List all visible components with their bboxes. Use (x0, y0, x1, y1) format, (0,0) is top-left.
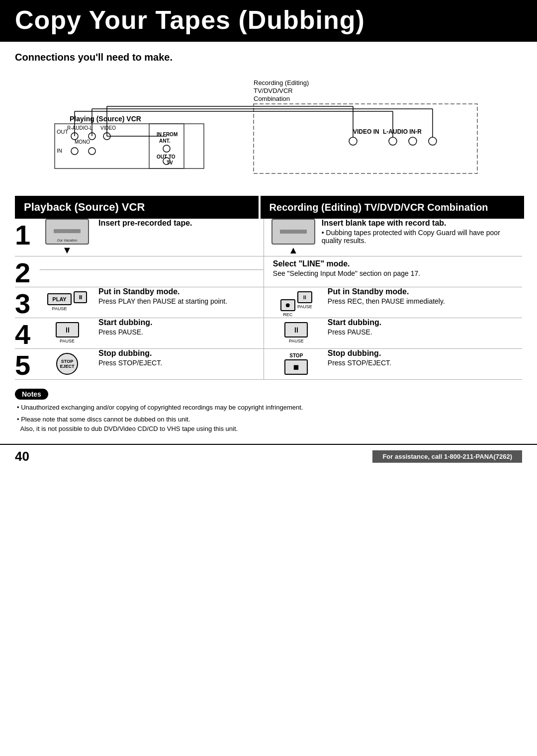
svg-rect-12 (149, 124, 204, 168)
step-4-left-body: Press PAUSE. (98, 328, 152, 336)
step-4-right-text: Start dubbing. Press PAUSE. (324, 318, 381, 336)
svg-text:MONO: MONO (75, 139, 90, 145)
diagram-container: Playing (Source) VCR OUT IN R-AUDIO-L VI… (15, 69, 522, 188)
step-1-right-title: Insert blank tape with record tab. (322, 219, 522, 228)
step-5-right-text: Stop dubbing. Press STOP/EJECT. (324, 349, 391, 367)
connections-diagram: Playing (Source) VCR OUT IN R-AUDIO-L VI… (15, 74, 522, 181)
step-3-right-icon: ⏺ REC ⏸ PAUSE (269, 287, 324, 317)
step-3: 3 PLAY PAUSE ⏸ Put in (15, 287, 522, 318)
step-4-num: 4 (15, 318, 40, 348)
step-5-num: 5 (15, 349, 40, 379)
step-3-left-body: Press PLAY then PAUSE at starting point. (98, 297, 227, 305)
page-header: Copy Your Tapes (Dubbing) (0, 0, 537, 42)
step-5-right-body: Press STOP/EJECT. (328, 359, 391, 367)
col-headers: Playback (Source) VCR Recording (Editing… (15, 196, 522, 219)
step-1-left-icon: Our Vacation ▼ (40, 219, 94, 256)
step-1: 1 Our Vacation ▼ Insert pre-recorded ta (15, 219, 522, 256)
step-5-left-icon: STOPEJECT (40, 349, 94, 375)
step-2-right-body: See "Selecting Input Mode" section on pa… (273, 269, 420, 277)
step-4-right-icon: ⏸ PAUSE (269, 318, 324, 343)
step-2-right-title: Select "LINE" mode. (273, 259, 420, 268)
step-1-left-text: Insert pre-recorded tape. (94, 219, 192, 229)
step-3-left-text: Put in Standby mode. Press PLAY then PAU… (94, 287, 227, 305)
step-4-right-title: Start dubbing. (328, 318, 381, 327)
step-3-right-body: Press REC, then PAUSE immediately. (328, 297, 445, 305)
svg-text:TV/DVD/VCR: TV/DVD/VCR (254, 87, 293, 94)
svg-text:Combination: Combination (254, 95, 290, 102)
step-5-left-text: Stop dubbing. Press STOP/EJECT. (94, 349, 162, 367)
page-footer: 40 For assistance, call 1-800-211-PANA(7… (0, 444, 537, 468)
svg-point-28 (429, 137, 437, 145)
step-4-right-body: Press PAUSE. (328, 328, 381, 336)
svg-point-24 (349, 137, 357, 145)
step-4-left-title: Start dubbing. (98, 318, 152, 327)
page-number: 40 (15, 449, 29, 464)
col-header-left-label: Playback (Source) VCR (24, 201, 145, 214)
col-header-right-label: Recording (Editing) TV/DVD/VCR Combinati… (269, 202, 488, 213)
step-1-num: 1 (15, 219, 40, 249)
step-4: 4 ⏸ PAUSE Start dubbing. Press PAUSE. (15, 318, 522, 349)
svg-text:ANT.: ANT. (159, 138, 170, 144)
step-1-right-text: Insert blank tape with record tab. • Dub… (318, 219, 522, 245)
step-5-right-title: Stop dubbing. (328, 349, 391, 358)
notes-badge: Notes (15, 389, 48, 400)
steps-container: 1 Our Vacation ▼ Insert pre-recorded ta (15, 219, 522, 380)
svg-text:R-AUDIO-L: R-AUDIO-L (67, 125, 93, 131)
step-4-left-icon: ⏸ PAUSE (40, 318, 94, 343)
step-5-left-title: Stop dubbing. (98, 349, 162, 358)
svg-text:OUT TO: OUT TO (157, 154, 176, 160)
main-content: Connections you'll need to make. Playing… (0, 42, 537, 439)
svg-point-15 (163, 145, 170, 152)
svg-point-10 (71, 148, 78, 155)
step-3-left-icon: PLAY PAUSE ⏸ (40, 287, 94, 311)
connections-heading: Connections you'll need to make. (15, 52, 522, 63)
step-1-left-title: Insert pre-recorded tape. (98, 219, 192, 228)
page-title: Copy Your Tapes (Dubbing) (15, 5, 522, 35)
step-2-right-text: Select "LINE" mode. See "Selecting Input… (269, 256, 420, 277)
svg-point-26 (389, 137, 397, 145)
notes-section: Notes • Unauthorized exchanging and/or c… (15, 389, 522, 439)
svg-text:Recording (Editing): Recording (Editing) (254, 79, 309, 86)
step-5-right-icon: STOP ⏹ (269, 349, 324, 375)
svg-text:OUT: OUT (57, 129, 69, 135)
step-1-right-body: • Dubbing tapes protected with Copy Guar… (322, 229, 522, 245)
notes-item-2: • Please note that some discs cannot be … (17, 415, 522, 434)
step-5: 5 STOPEJECT Stop dubbing. Press STOP/EJE… (15, 349, 522, 380)
svg-text:L-AUDIO IN-R: L-AUDIO IN-R (383, 128, 422, 135)
svg-text:IN: IN (57, 148, 62, 154)
svg-text:VIDEO: VIDEO (100, 125, 116, 131)
step-1-right-icon: ▲ (269, 219, 318, 256)
step-2: 2 Select "LINE" mode. See "Selecting Inp… (15, 256, 522, 287)
step-2-num: 2 (15, 256, 40, 287)
col-header-left: Playback (Source) VCR (15, 196, 259, 219)
footer-assistance: For assistance, call 1-800-211-PANA(7262… (372, 450, 522, 463)
notes-item-1: • Unauthorized exchanging and/or copying… (17, 403, 522, 413)
svg-text:Playing (Source) VCR: Playing (Source) VCR (70, 115, 141, 123)
step-5-left-body: Press STOP/EJECT. (98, 359, 162, 367)
step-4-left-text: Start dubbing. Press PAUSE. (94, 318, 152, 336)
svg-point-27 (409, 137, 417, 145)
col-header-right: Recording (Editing) TV/DVD/VCR Combinati… (261, 196, 524, 219)
svg-rect-22 (254, 104, 477, 173)
step-3-right-title: Put in Standby mode. (328, 287, 445, 296)
svg-text:VIDEO IN: VIDEO IN (353, 128, 379, 135)
step-3-num: 3 (15, 287, 40, 318)
step-3-right-text: Put in Standby mode. Press REC, then PAU… (324, 287, 445, 305)
step-3-left-title: Put in Standby mode. (98, 287, 227, 296)
svg-point-11 (89, 148, 95, 155)
